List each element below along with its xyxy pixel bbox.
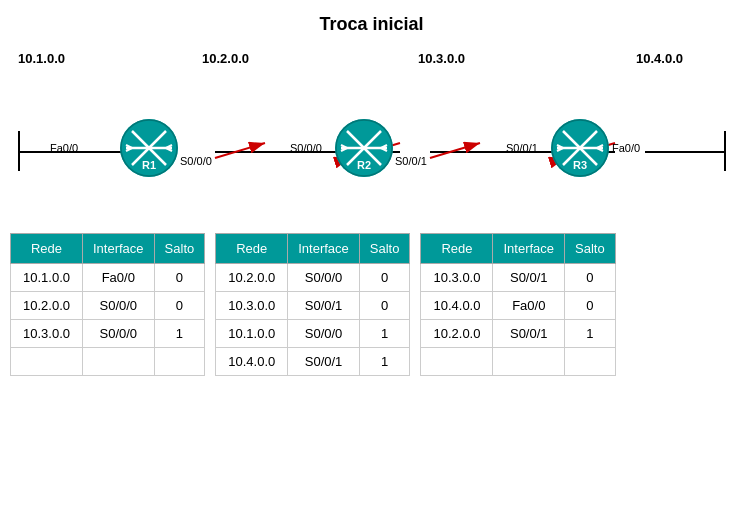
router-r1-icon: R1	[120, 119, 178, 177]
table-header-1: Interface	[288, 234, 360, 264]
router-r3-icon: R3	[551, 119, 609, 177]
table-header-0: Rede	[421, 234, 493, 264]
table-cell-0-2: 0	[359, 264, 410, 292]
ip-label-4: 10.4.0.0	[636, 51, 683, 66]
table-cell-2-2: 1	[359, 320, 410, 348]
table-cell-1-1: S0/0/1	[288, 292, 360, 320]
table-cell-1-2: 0	[154, 292, 205, 320]
table-cell-1-1: S0/0/0	[83, 292, 155, 320]
table-row: 10.3.0.0S0/0/10	[421, 264, 615, 292]
iface-s000-r1right: S0/0/0	[180, 155, 212, 167]
iface-s000-r2left: S0/0/0	[290, 142, 322, 154]
table-header-2: Salto	[359, 234, 410, 264]
table-cell-3-0: 10.4.0.0	[216, 348, 288, 376]
table-cell-2-1: S0/0/1	[493, 320, 565, 348]
table-header-1: Interface	[493, 234, 565, 264]
table-cell-3-1	[83, 348, 155, 376]
table-cell-2-0: 10.1.0.0	[216, 320, 288, 348]
ip-label-1: 10.1.0.0	[18, 51, 65, 66]
table-row: 10.3.0.0S0/0/10	[216, 292, 410, 320]
table-row: 10.4.0.0Fa0/00	[421, 292, 615, 320]
table-row: 10.2.0.0S0/0/11	[421, 320, 615, 348]
tables-section: RedeInterfaceSalto10.1.0.0Fa0/0010.2.0.0…	[0, 223, 743, 386]
iface-fa00-r3right: Fa0/0	[612, 142, 640, 154]
routing-table-r2: RedeInterfaceSalto10.2.0.0S0/0/0010.3.0.…	[215, 233, 410, 376]
table-cell-3-1	[493, 348, 565, 376]
routing-table-r3: RedeInterfaceSalto10.3.0.0S0/0/1010.4.0.…	[420, 233, 615, 376]
table-cell-0-0: 10.2.0.0	[216, 264, 288, 292]
svg-text:R2: R2	[357, 159, 371, 171]
table-cell-3-2	[154, 348, 205, 376]
table-row: 10.2.0.0S0/0/00	[216, 264, 410, 292]
table-cell-3-1: S0/0/1	[288, 348, 360, 376]
table-cell-1-2: 0	[359, 292, 410, 320]
line-right	[645, 151, 725, 153]
table-cell-0-0: 10.1.0.0	[11, 264, 83, 292]
table-cell-0-2: 0	[154, 264, 205, 292]
table-cell-3-2: 1	[359, 348, 410, 376]
router-r3: R3	[551, 119, 609, 177]
table-cell-3-0	[11, 348, 83, 376]
table-cell-2-1: S0/0/0	[288, 320, 360, 348]
table-header-2: Salto	[565, 234, 616, 264]
ip-label-2: 10.2.0.0	[202, 51, 249, 66]
table-cell-2-1: S0/0/0	[83, 320, 155, 348]
table-header-0: Rede	[11, 234, 83, 264]
page-title: Troca inicial	[0, 0, 743, 43]
table-row	[11, 348, 205, 376]
router-r2-icon: R2	[335, 119, 393, 177]
table-header-2: Salto	[154, 234, 205, 264]
table-cell-0-1: Fa0/0	[83, 264, 155, 292]
table-cell-1-1: Fa0/0	[493, 292, 565, 320]
table-cell-0-0: 10.3.0.0	[421, 264, 493, 292]
table-header-1: Interface	[83, 234, 155, 264]
table-row: 10.3.0.0S0/0/01	[11, 320, 205, 348]
routing-table-r1: RedeInterfaceSalto10.1.0.0Fa0/0010.2.0.0…	[10, 233, 205, 376]
table-cell-1-2: 0	[565, 292, 616, 320]
router-r1: R1	[120, 119, 178, 177]
table-cell-1-0: 10.2.0.0	[11, 292, 83, 320]
table-cell-2-2: 1	[154, 320, 205, 348]
table-cell-3-0	[421, 348, 493, 376]
table-cell-3-2	[565, 348, 616, 376]
table-cell-0-2: 0	[565, 264, 616, 292]
svg-text:R3: R3	[573, 159, 587, 171]
iface-fa00-left: Fa0/0	[50, 142, 78, 154]
iface-s001-r3left: S0/0/1	[506, 142, 538, 154]
table-row: 10.4.0.0S0/0/11	[216, 348, 410, 376]
table-cell-0-1: S0/0/1	[493, 264, 565, 292]
table-cell-2-0: 10.3.0.0	[11, 320, 83, 348]
iface-s001-r2right: S0/0/1	[395, 155, 427, 167]
table-cell-1-0: 10.3.0.0	[216, 292, 288, 320]
table-cell-0-1: S0/0/0	[288, 264, 360, 292]
vcap-right	[724, 131, 726, 171]
table-cell-2-0: 10.2.0.0	[421, 320, 493, 348]
table-cell-2-2: 1	[565, 320, 616, 348]
table-row: 10.1.0.0S0/0/01	[216, 320, 410, 348]
table-row	[421, 348, 615, 376]
network-diagram: 10.1.0.0 10.2.0.0 10.3.0.0 10.4.0.0	[0, 43, 743, 223]
router-r2: R2	[335, 119, 393, 177]
table-header-0: Rede	[216, 234, 288, 264]
ip-label-3: 10.3.0.0	[418, 51, 465, 66]
vcap-left	[18, 131, 20, 171]
table-cell-1-0: 10.4.0.0	[421, 292, 493, 320]
table-row: 10.2.0.0S0/0/00	[11, 292, 205, 320]
table-row: 10.1.0.0Fa0/00	[11, 264, 205, 292]
svg-text:R1: R1	[142, 159, 156, 171]
